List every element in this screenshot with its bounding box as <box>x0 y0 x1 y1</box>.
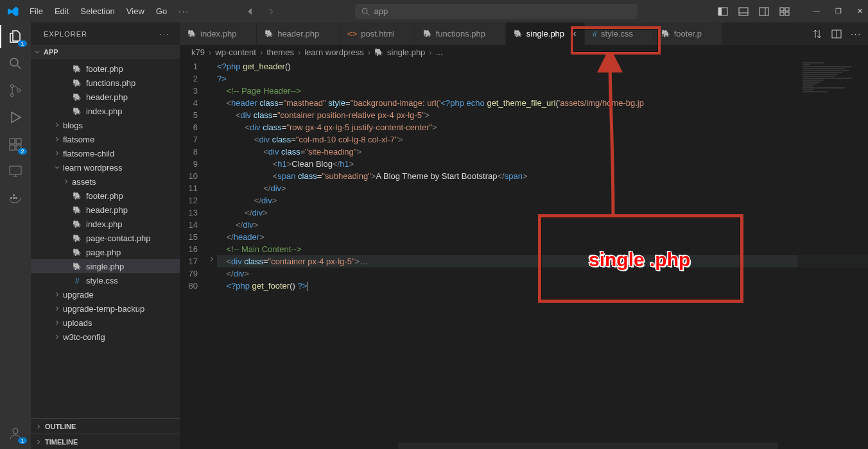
timeline-label: TIMELINE <box>45 438 78 446</box>
editor-more-icon[interactable]: ··· <box>851 29 862 38</box>
file-item[interactable]: 🐘index.php <box>31 104 180 118</box>
svg-rect-21 <box>13 197 15 199</box>
close-icon[interactable]: ✕ <box>857 7 863 15</box>
sidebar-title: EXPLORER <box>44 30 87 38</box>
svg-rect-20 <box>10 197 12 199</box>
nav-forward-icon[interactable] <box>266 7 275 16</box>
svg-point-12 <box>11 85 14 88</box>
editor-tab[interactable]: <>post.html× <box>340 22 415 45</box>
tab-actions: ··· <box>806 22 868 45</box>
sidebar-header: EXPLORER ··· <box>31 22 180 45</box>
activity-scm[interactable] <box>6 81 24 99</box>
folder-item[interactable]: upgrade-temp-backup <box>31 301 180 316</box>
file-item[interactable]: 🐘single.php <box>31 259 180 273</box>
svg-rect-18 <box>16 139 21 144</box>
svg-rect-8 <box>785 8 789 11</box>
editor-tabs: 🐘index.php×🐘header.php×<>post.html×🐘func… <box>180 22 868 45</box>
minimap[interactable] <box>797 59 868 449</box>
breadcrumb[interactable]: k79›wp-content›themes›learn wordpress›🐘s… <box>180 45 868 59</box>
search-icon <box>361 7 370 16</box>
folder-item[interactable]: assets <box>31 174 180 189</box>
split-editor-icon[interactable] <box>831 29 842 39</box>
svg-point-24 <box>13 428 18 434</box>
editor-tab[interactable]: 🐘functions.php× <box>415 22 506 45</box>
title-actions: — ❐ ✕ <box>718 6 863 17</box>
activity-accounts[interactable]: 1 <box>6 425 24 443</box>
code-editor[interactable]: 12345678910111213141516177980 <?php get_… <box>180 59 868 449</box>
svg-point-14 <box>17 89 21 92</box>
file-item[interactable]: 🐘page-contact.php <box>31 231 180 245</box>
window-controls: — ❐ ✕ <box>813 7 863 15</box>
layout-customize-icon[interactable] <box>779 6 790 17</box>
file-item[interactable]: 🐘index.php <box>31 217 180 231</box>
editor-group: 🐘index.php×🐘header.php×<>post.html×🐘func… <box>180 22 868 449</box>
fold-toggle[interactable] <box>208 255 216 263</box>
activity-bar: 1 2 1 <box>0 22 31 449</box>
outline-section[interactable]: OUTLINE <box>31 418 180 434</box>
file-item[interactable]: 🐘header.php <box>31 90 180 104</box>
sidebar-more-icon[interactable]: ··· <box>160 30 169 38</box>
menu-view[interactable]: View <box>121 4 150 19</box>
compare-icon[interactable] <box>812 29 822 39</box>
activity-extensions[interactable]: 2 <box>6 135 24 153</box>
annotation-tab-highlight <box>571 26 661 55</box>
file-item[interactable]: 🐘functions.php <box>31 76 180 90</box>
menu-file[interactable]: File <box>24 4 48 19</box>
svg-rect-16 <box>10 145 15 150</box>
folder-item[interactable]: blogs <box>31 118 180 132</box>
breadcrumb-segment[interactable]: k79 <box>191 47 205 57</box>
folder-item[interactable]: flatsome-child <box>31 146 180 160</box>
file-item[interactable]: 🐘header.php <box>31 203 180 217</box>
layout-panel-icon[interactable] <box>738 6 749 17</box>
svg-rect-2 <box>718 8 722 15</box>
svg-rect-23 <box>13 194 15 196</box>
timeline-section[interactable]: TIMELINE <box>31 434 180 449</box>
folder-item[interactable]: flatsome <box>31 132 180 146</box>
svg-point-11 <box>10 58 18 66</box>
menubar: File Edit Selection View Go ··· <box>24 4 195 19</box>
svg-rect-7 <box>780 8 784 11</box>
breadcrumb-segment[interactable]: single.php <box>387 47 425 57</box>
layout-sidebar-right-icon[interactable] <box>759 6 769 17</box>
accounts-badge: 1 <box>18 437 27 444</box>
menu-more[interactable]: ··· <box>173 4 195 19</box>
activity-docker[interactable] <box>6 189 24 207</box>
activity-search[interactable] <box>6 55 24 72</box>
nav-back-icon[interactable] <box>246 7 255 16</box>
breadcrumb-segment[interactable]: ... <box>436 47 443 57</box>
activity-debug[interactable] <box>6 108 24 126</box>
breadcrumb-segment[interactable]: themes <box>266 47 294 57</box>
activity-remote[interactable] <box>6 162 24 180</box>
folder-item[interactable]: w3tc-config <box>31 330 180 344</box>
activity-explorer[interactable]: 1 <box>6 28 24 46</box>
extensions-badge: 2 <box>18 148 27 155</box>
folder-item[interactable]: upgrade <box>31 287 180 301</box>
file-item[interactable]: #style.css <box>31 273 180 287</box>
minimize-icon[interactable]: — <box>813 7 820 15</box>
file-item[interactable]: 🐘footer.php <box>31 62 180 76</box>
command-center-search[interactable]: app <box>355 4 638 19</box>
file-item[interactable]: 🐘footer.php <box>31 189 180 203</box>
svg-rect-9 <box>780 12 784 15</box>
folder-item[interactable]: uploads <box>31 316 180 330</box>
editor-tab[interactable]: 🐘index.php× <box>180 22 257 45</box>
file-tree: 🐘footer.php🐘functions.php🐘header.php🐘ind… <box>31 59 180 418</box>
breadcrumb-segment[interactable]: learn wordpress <box>304 47 364 57</box>
layout-sidebar-left-icon[interactable] <box>718 6 728 17</box>
line-gutter: 12345678910111213141516177980 <box>180 59 208 449</box>
docker-icon <box>8 191 23 206</box>
svg-rect-22 <box>15 197 17 199</box>
workspace-folder-header[interactable]: APP <box>31 45 180 59</box>
file-item[interactable]: 🐘page.php <box>31 245 180 259</box>
maximize-icon[interactable]: ❐ <box>835 7 842 15</box>
menu-edit[interactable]: Edit <box>49 4 74 19</box>
outline-label: OUTLINE <box>45 423 76 430</box>
horizontal-scrollbar[interactable] <box>398 443 778 449</box>
menu-selection[interactable]: Selection <box>75 4 119 19</box>
remote-explorer-icon <box>8 164 23 179</box>
folder-item[interactable]: learn wordpress <box>31 160 180 174</box>
breadcrumb-segment[interactable]: wp-content <box>215 47 256 57</box>
editor-tab[interactable]: 🐘footer.p× <box>654 22 722 45</box>
editor-tab[interactable]: 🐘header.php× <box>257 22 340 45</box>
menu-go[interactable]: Go <box>151 4 172 19</box>
